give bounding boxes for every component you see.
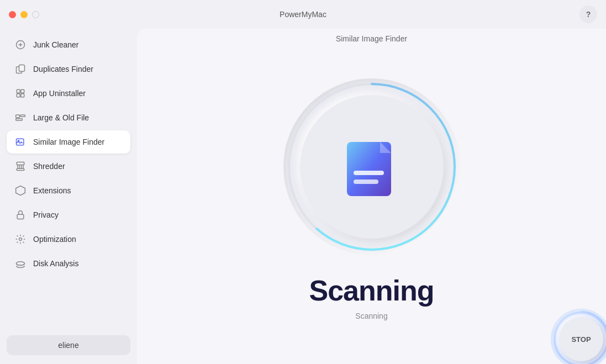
duplicates-finder-icon bbox=[14, 63, 27, 75]
sidebar-item-shredder[interactable]: Shredder bbox=[7, 155, 130, 178]
svg-rect-5 bbox=[17, 94, 20, 97]
document-icon bbox=[341, 131, 402, 203]
svg-rect-9 bbox=[16, 119, 23, 120]
svg-rect-7 bbox=[16, 115, 20, 118]
disk-analysis-icon bbox=[14, 257, 27, 270]
title-bar: PowerMyMac ? bbox=[0, 0, 606, 29]
svg-rect-13 bbox=[17, 168, 24, 170]
page-title: Similar Image Finder bbox=[336, 34, 407, 43]
svg-rect-4 bbox=[21, 89, 24, 93]
sidebar-label-app-uninstaller: App Uninstaller bbox=[33, 89, 86, 98]
sidebar-item-similar-image-finder[interactable]: Similar Image Finder bbox=[7, 130, 130, 154]
junk-cleaner-icon bbox=[14, 39, 27, 51]
sidebar-item-extensions[interactable]: Extensions bbox=[7, 179, 130, 202]
scanning-subtitle: Scanning bbox=[355, 312, 387, 320]
optimization-icon bbox=[14, 233, 27, 245]
close-button[interactable] bbox=[9, 11, 16, 18]
sidebar-label-large-old-file: Large & Old File bbox=[33, 113, 89, 122]
scanning-container: Scanning Scanning bbox=[278, 73, 466, 320]
app-name: PowerMyMac bbox=[280, 10, 326, 19]
help-button[interactable]: ? bbox=[579, 6, 597, 23]
sidebar-label-junk-cleaner: Junk Cleaner bbox=[33, 40, 79, 49]
sidebar-label-privacy: Privacy bbox=[33, 210, 59, 219]
sidebar-item-privacy[interactable]: Privacy bbox=[7, 203, 130, 226]
svg-rect-12 bbox=[17, 162, 24, 165]
scanning-title: Scanning bbox=[309, 274, 434, 307]
extensions-icon bbox=[14, 184, 27, 197]
sidebar-item-disk-analysis[interactable]: Disk Analysis bbox=[7, 252, 130, 275]
sidebar-item-large-old-file[interactable]: Large & Old File bbox=[7, 106, 130, 129]
privacy-icon bbox=[14, 209, 27, 221]
progress-ring bbox=[278, 73, 466, 261]
svg-rect-8 bbox=[20, 115, 25, 117]
sidebar: Junk CleanerDuplicates FinderApp Uninsta… bbox=[0, 29, 137, 364]
content-area: Similar Image Finder bbox=[137, 29, 606, 364]
sidebar-label-similar-image-finder: Similar Image Finder bbox=[33, 138, 104, 146]
stop-button-wrapper: STOP bbox=[551, 309, 595, 353]
svg-rect-14 bbox=[17, 214, 24, 219]
svg-rect-3 bbox=[17, 89, 20, 93]
main-layout: Junk CleanerDuplicates FinderApp Uninsta… bbox=[0, 29, 606, 364]
similar-image-finder-icon bbox=[14, 136, 27, 148]
traffic-lights bbox=[9, 11, 39, 18]
svg-rect-6 bbox=[21, 94, 24, 97]
sidebar-item-duplicates-finder[interactable]: Duplicates Finder bbox=[7, 57, 130, 81]
svg-rect-2 bbox=[19, 65, 25, 72]
sidebar-label-disk-analysis: Disk Analysis bbox=[33, 259, 78, 268]
sidebar-item-app-uninstaller[interactable]: App Uninstaller bbox=[7, 82, 130, 105]
app-uninstaller-icon bbox=[14, 87, 27, 99]
sidebar-item-optimization[interactable]: Optimization bbox=[7, 228, 130, 251]
maximize-button[interactable] bbox=[32, 11, 39, 18]
minimize-button[interactable] bbox=[20, 11, 28, 18]
sidebar-label-shredder: Shredder bbox=[33, 162, 65, 171]
sidebar-item-junk-cleaner[interactable]: Junk Cleaner bbox=[7, 33, 130, 56]
svg-rect-21 bbox=[354, 171, 384, 175]
shredder-icon bbox=[14, 160, 27, 172]
large-old-file-icon bbox=[14, 112, 27, 124]
sidebar-label-optimization: Optimization bbox=[33, 235, 76, 244]
user-profile[interactable]: eliene bbox=[7, 335, 130, 355]
svg-point-15 bbox=[19, 238, 22, 241]
sidebar-label-duplicates-finder: Duplicates Finder bbox=[33, 65, 93, 73]
svg-rect-22 bbox=[354, 180, 378, 184]
sidebar-label-extensions: Extensions bbox=[33, 186, 71, 195]
svg-point-11 bbox=[18, 140, 19, 142]
stop-button[interactable]: STOP bbox=[559, 317, 603, 361]
